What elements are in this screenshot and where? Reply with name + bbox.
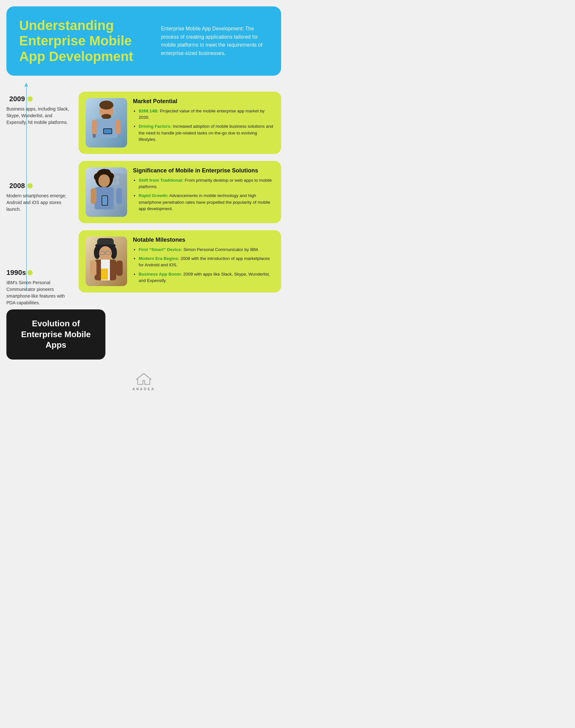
- page-wrapper: Understanding Enterprise Mobile App Deve…: [0, 6, 288, 400]
- year-1990s-label: 1990s: [6, 268, 25, 277]
- bullet-market-2: Driving Factors: Increased adoption of m…: [139, 123, 274, 143]
- year-2009-desc: Business apps, including Slack, Skype, W…: [6, 106, 73, 126]
- card-significance-content: Significance of Mobile in Enterprise Sol…: [133, 167, 274, 212]
- svg-line-43: [144, 373, 151, 379]
- card-market-potential-content: Market Potential $268.14B: Projected val…: [133, 98, 274, 143]
- card-photo-man: [86, 98, 127, 147]
- timeline-item-2008: 2008 Modern smartphones emerge; Android …: [6, 182, 73, 268]
- card-significance-bullets: Shift from Traditional: From primarily d…: [133, 177, 274, 212]
- svg-rect-39: [101, 268, 108, 280]
- person-woman2-svg: [86, 236, 127, 286]
- person-man-svg: [86, 98, 127, 147]
- bottom-section: Evolution of Enterprise Mobile Apps: [0, 306, 288, 366]
- svg-rect-26: [116, 188, 122, 204]
- timeline-dot-2008: [28, 183, 33, 188]
- svg-rect-24: [102, 196, 107, 205]
- card-milestones-content: Notable Milestones First “Smart” Device:…: [133, 236, 274, 284]
- card-significance-title: Significance of Mobile in Enterprise Sol…: [133, 167, 274, 174]
- bullet-sig-2-highlight: Rapid Growth:: [139, 193, 168, 198]
- header-title: Understanding Enterprise Mobile App Deve…: [19, 18, 148, 64]
- year-2008-row: 2008: [6, 182, 73, 190]
- svg-point-3: [102, 114, 111, 119]
- timeline-column: 2009 Business apps, including Slack, Sky…: [6, 85, 73, 306]
- card-milestones: Notable Milestones First “Smart” Device:…: [78, 230, 281, 292]
- svg-rect-15: [116, 181, 119, 185]
- card-market-potential-title: Market Potential: [133, 98, 274, 105]
- svg-rect-13: [116, 175, 119, 179]
- bullet-milestone-1-text: Simon Personal Communicator by IBM.: [182, 247, 259, 252]
- timeline-dot-2009: [28, 97, 33, 102]
- anadea-logo-icon: [136, 372, 152, 385]
- bullet-sig-1: Shift from Traditional: From primarily d…: [139, 177, 274, 190]
- bullet-milestone-2: Modern Era Begins: 2008 with the introdu…: [139, 255, 274, 268]
- svg-point-21: [98, 174, 110, 187]
- footer-logo-text: ANADEA: [132, 387, 155, 391]
- svg-rect-8: [92, 120, 97, 134]
- svg-point-2: [99, 101, 113, 110]
- bullet-milestone-1-highlight: First “Smart” Device:: [139, 247, 182, 252]
- svg-rect-25: [91, 188, 97, 204]
- timeline-dot-1990s: [28, 270, 33, 275]
- bullet-sig-1-highlight: Shift from Traditional:: [139, 178, 183, 183]
- cards-column: Market Potential $268.14B: Projected val…: [78, 85, 281, 306]
- header-description: Enterprise Mobile App Development: The p…: [161, 25, 268, 57]
- footer: ANADEA: [0, 366, 288, 400]
- timeline-item-1990s: 1990s IBM's Simon Personal Communicator …: [6, 268, 73, 306]
- bullet-milestone-1: First “Smart” Device: Simon Personal Com…: [139, 247, 274, 253]
- bottom-box-title: Evolution of Enterprise Mobile Apps: [14, 318, 98, 351]
- card-significance: Significance of Mobile in Enterprise Sol…: [78, 161, 281, 223]
- year-2008-label: 2008: [6, 182, 25, 190]
- card-milestones-bullets: First “Smart” Device: Simon Personal Com…: [133, 247, 274, 284]
- timeline-item-2009: 2009 Business apps, including Slack, Sky…: [6, 85, 73, 182]
- bullet-milestone-2-highlight: Modern Era Begins:: [139, 256, 179, 261]
- bullet-market-1: $268.14B: Projected value of the mobile …: [139, 108, 274, 121]
- card-photo-woman2: [86, 236, 127, 286]
- svg-marker-42: [136, 373, 151, 385]
- card-photo-woman1: [86, 167, 127, 217]
- bullet-market-2-highlight: Driving Factors:: [139, 124, 172, 129]
- year-2008-desc: Modern smartphones emerge; Android and i…: [6, 192, 73, 213]
- content-area: 2009 Business apps, including Slack, Sky…: [0, 85, 288, 306]
- year-1990s-desc: IBM's Simon Personal Communicator pionee…: [6, 279, 73, 306]
- bullet-milestone-3: Business App Boom: 2009 with apps like S…: [139, 271, 274, 284]
- year-2009-label: 2009: [6, 95, 25, 103]
- svg-rect-40: [90, 260, 97, 276]
- year-2009-row: 2009: [6, 95, 73, 103]
- bullet-milestone-3-highlight: Business App Boom:: [139, 272, 182, 277]
- bullet-sig-2: Rapid Growth: Advancements in mobile tec…: [139, 192, 274, 212]
- header-section: Understanding Enterprise Mobile App Deve…: [6, 6, 281, 76]
- year-1990s-row: 1990s: [6, 268, 73, 277]
- bottom-black-box: Evolution of Enterprise Mobile Apps: [6, 310, 105, 360]
- card-market-potential-bullets: $268.14B: Projected value of the mobile …: [133, 108, 274, 143]
- svg-line-44: [136, 373, 144, 379]
- svg-rect-9: [115, 120, 121, 134]
- svg-rect-41: [116, 260, 123, 276]
- card-milestones-title: Notable Milestones: [133, 236, 274, 243]
- bullet-market-1-highlight: $268.14B:: [139, 109, 159, 113]
- person-woman1-svg: [86, 167, 127, 217]
- card-market-potential: Market Potential $268.14B: Projected val…: [78, 92, 281, 154]
- timeline-arrow-up: [24, 83, 28, 86]
- svg-rect-7: [104, 129, 111, 134]
